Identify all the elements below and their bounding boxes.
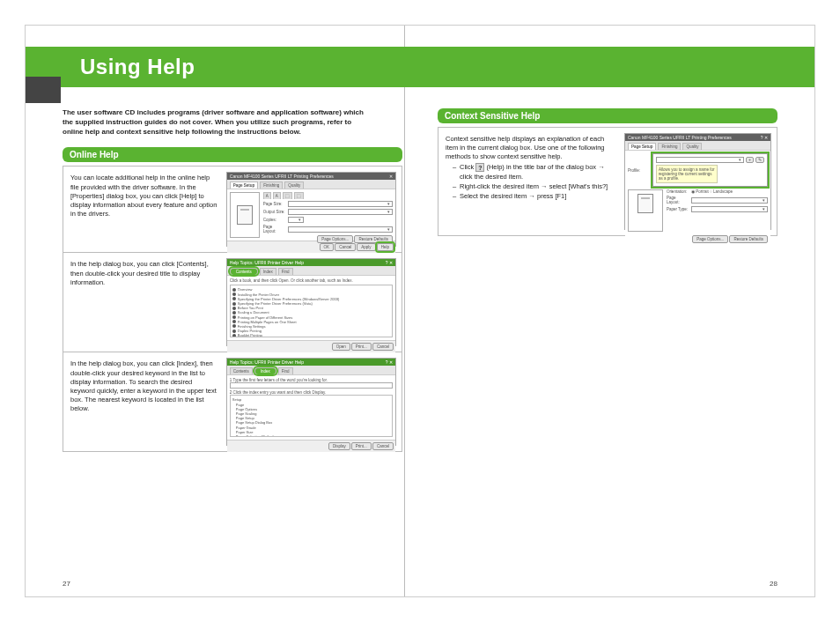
- help-titlebar: Help Topics: UFRII Printer Driver Help ?…: [227, 359, 395, 366]
- tooltip-box: Allows you to assign a name for register…: [656, 165, 718, 183]
- page-size-label: Page Size:: [263, 202, 286, 206]
- tab-contents: Contents: [230, 367, 253, 374]
- open-button: Open: [332, 343, 350, 351]
- help-index-window: Help Topics: UFRII Printer Driver Help ?…: [226, 358, 396, 446]
- context-method-1: Click ? (Help) in the title bar of the d…: [453, 163, 615, 181]
- properties-body: A A ⬚ ⬚ Page Size:: [227, 189, 395, 241]
- copies-label: Copies:: [263, 218, 286, 222]
- copies-field: [288, 217, 304, 223]
- online-help-panels: You can locate additional help in the on…: [63, 166, 402, 452]
- book-icon: [232, 292, 236, 296]
- page-options-button: Page Options...: [692, 235, 728, 243]
- print-button: Print...: [351, 343, 372, 351]
- contents-footer: Open Print... Cancel: [227, 340, 395, 352]
- page-number-left: 27: [63, 580, 70, 588]
- orientation-label: Orientation:: [667, 189, 689, 194]
- tab-finishing: Finishing: [658, 143, 681, 150]
- title-banner: Using Help: [26, 47, 814, 87]
- book-icon: [232, 334, 236, 337]
- panel-context-text: Context sensitive help displays an expla…: [444, 133, 621, 204]
- properties-fields: A A ⬚ ⬚ Page Size:: [263, 192, 393, 238]
- book-icon: [232, 320, 236, 323]
- page-options-button: Page Options...: [317, 235, 353, 243]
- index-footer: Display Print... Cancel: [227, 440, 395, 452]
- context-method-3: Select the desired item → press [F1]: [453, 192, 615, 201]
- panel-properties: You can locate additional help in the on…: [63, 167, 402, 253]
- close-icon: ✕: [389, 174, 393, 179]
- properties-titlebar: Canon MF4100 Series UFRII LT Printing Pr…: [227, 173, 395, 180]
- icon-cell: A: [263, 192, 271, 199]
- page-preview: [230, 192, 260, 238]
- properties-title: Canon MF4100 Series UFRII LT Printing Pr…: [230, 174, 334, 179]
- help-title: Help Topics: UFRII Printer Driver Help: [230, 359, 304, 365]
- profile-box-highlighted: + ✎ Allows you to assign a name for regi…: [652, 153, 768, 187]
- restore-defaults-button: Restore Defaults: [354, 235, 393, 243]
- index-list: Setup Page Page Options Page Scaling Pag…: [230, 395, 393, 437]
- panel-contents: In the help dialog box, you can click [C…: [63, 253, 402, 352]
- tab-index: Index: [260, 268, 276, 275]
- properties-tabs: Page Setup Finishing Quality: [227, 180, 395, 189]
- layout-select: [288, 226, 393, 233]
- help-tabs: Contents Index Find: [227, 366, 395, 375]
- context-tabs: Page Setup Finishing Quality: [625, 141, 770, 151]
- context-title: Canon MF4100 Series UFRII LT Printing Pr…: [628, 135, 732, 140]
- output-size-select: [288, 209, 393, 215]
- context-methods-list: Click ? (Help) in the title bar of the d…: [446, 163, 615, 201]
- print-button: Print...: [351, 442, 372, 450]
- contents-list: Overview Installing the Printer Driver S…: [230, 285, 393, 337]
- tab-contents-highlighted: Contents: [230, 268, 258, 275]
- help-contents-body: Click a book, and then click Open. Or cl…: [227, 276, 395, 340]
- restore-defaults-button: Restore Defaults: [729, 235, 768, 243]
- help-contents-window: Help Topics: UFRII Printer Driver Help ?…: [226, 258, 396, 346]
- tab-find: Find: [278, 367, 293, 374]
- online-help-heading: Online Help: [63, 147, 402, 162]
- context-body: Profile: + ✎ Allows you to assign a name…: [625, 151, 770, 246]
- icon-cell: ⬚: [283, 192, 292, 199]
- panel-properties-text: You can locate additional help in the on…: [69, 172, 223, 220]
- list-item: Paper Selection Method: [232, 434, 390, 438]
- tab-page-setup: Page Setup: [230, 181, 259, 189]
- tab-quality: Quality: [682, 143, 702, 150]
- tab-page-setup: Page Setup: [628, 143, 657, 150]
- panel-index-text: In the help dialog box, you can click [I…: [69, 358, 223, 415]
- help-title: Help Topics: UFRII Printer Driver Help: [230, 260, 304, 265]
- content-area: The user software CD includes programs (…: [63, 108, 777, 561]
- contents-instruction: Click a book, and then click Open. Or cl…: [230, 278, 393, 283]
- page-layout-label: Page Layout:: [667, 196, 689, 204]
- profile-add-icon: +: [746, 157, 754, 163]
- profile-select: [656, 157, 744, 163]
- icon-cell: ⬚: [294, 192, 304, 199]
- context-method-2: Right-click the desired item → select [W…: [453, 182, 615, 191]
- page-thumb-icon: [637, 194, 653, 213]
- profile-edit-icon: ✎: [755, 157, 764, 163]
- page-title: Using Help: [80, 55, 195, 79]
- page-thumb-icon: [237, 205, 253, 225]
- side-tab-decor: [26, 77, 61, 103]
- help-index-body: 1 Type the first few letters of the word…: [227, 375, 395, 440]
- tab-index-highlighted: Index: [254, 367, 276, 374]
- paper-type-label: Paper Type:: [667, 207, 689, 211]
- list-item: Booklet Printing: [232, 333, 390, 337]
- context-help-panels: Context sensitive help displays an expla…: [438, 127, 777, 236]
- book-icon: [232, 307, 236, 310]
- titlebar-icons: ? ✕: [761, 135, 768, 140]
- book-icon: [232, 288, 236, 292]
- context-titlebar: Canon MF4100 Series UFRII LT Printing Pr…: [625, 134, 770, 141]
- book-icon: [232, 330, 236, 333]
- context-screenshot: Canon MF4100 Series UFRII LT Printing Pr…: [624, 133, 771, 230]
- cancel-button: Cancel: [372, 343, 394, 351]
- close-icon: ? ✕: [386, 359, 393, 365]
- tab-quality: Quality: [284, 181, 304, 189]
- help-icon: ?: [475, 163, 484, 172]
- book-icon: [232, 324, 236, 328]
- layout-label: Page Layout:: [263, 225, 286, 233]
- page-layout-select: [691, 197, 768, 204]
- index-screenshot: Help Topics: UFRII Printer Driver Help ?…: [226, 358, 396, 446]
- ok-button: OK: [320, 243, 335, 251]
- properties-window: Canon MF4100 Series UFRII LT Printing Pr…: [226, 172, 396, 247]
- context-preview: [628, 189, 663, 232]
- book-icon: [232, 315, 236, 319]
- tab-find: Find: [278, 268, 293, 275]
- page-size-select: [288, 201, 393, 207]
- context-fields: Orientation: ◉ Portrait ○ Landscape Page…: [667, 189, 768, 232]
